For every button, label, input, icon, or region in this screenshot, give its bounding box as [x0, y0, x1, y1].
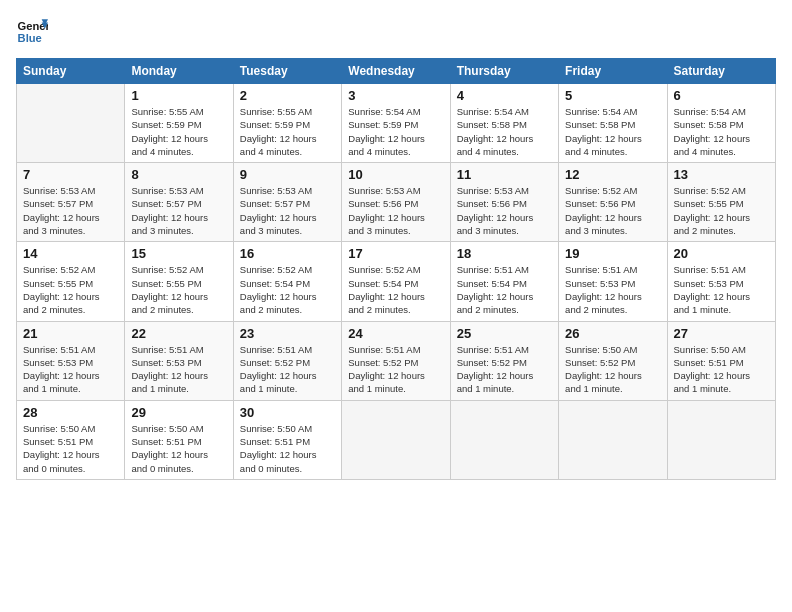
day-number: 15 [131, 246, 226, 261]
day-info: Sunrise: 5:50 AM Sunset: 5:52 PM Dayligh… [565, 343, 660, 396]
week-row-4: 21Sunrise: 5:51 AM Sunset: 5:53 PM Dayli… [17, 321, 776, 400]
day-info: Sunrise: 5:53 AM Sunset: 5:57 PM Dayligh… [131, 184, 226, 237]
day-info: Sunrise: 5:55 AM Sunset: 5:59 PM Dayligh… [131, 105, 226, 158]
day-number: 9 [240, 167, 335, 182]
calendar-cell: 8Sunrise: 5:53 AM Sunset: 5:57 PM Daylig… [125, 163, 233, 242]
day-number: 5 [565, 88, 660, 103]
calendar-table: SundayMondayTuesdayWednesdayThursdayFrid… [16, 58, 776, 480]
day-header-thursday: Thursday [450, 59, 558, 84]
calendar-cell: 10Sunrise: 5:53 AM Sunset: 5:56 PM Dayli… [342, 163, 450, 242]
calendar-cell: 29Sunrise: 5:50 AM Sunset: 5:51 PM Dayli… [125, 400, 233, 479]
day-number: 4 [457, 88, 552, 103]
calendar-cell [667, 400, 775, 479]
day-number: 17 [348, 246, 443, 261]
week-row-1: 1Sunrise: 5:55 AM Sunset: 5:59 PM Daylig… [17, 84, 776, 163]
week-row-5: 28Sunrise: 5:50 AM Sunset: 5:51 PM Dayli… [17, 400, 776, 479]
calendar-cell: 21Sunrise: 5:51 AM Sunset: 5:53 PM Dayli… [17, 321, 125, 400]
calendar-cell: 15Sunrise: 5:52 AM Sunset: 5:55 PM Dayli… [125, 242, 233, 321]
day-number: 20 [674, 246, 769, 261]
calendar-cell: 1Sunrise: 5:55 AM Sunset: 5:59 PM Daylig… [125, 84, 233, 163]
day-number: 27 [674, 326, 769, 341]
calendar-cell: 28Sunrise: 5:50 AM Sunset: 5:51 PM Dayli… [17, 400, 125, 479]
calendar-cell: 6Sunrise: 5:54 AM Sunset: 5:58 PM Daylig… [667, 84, 775, 163]
day-info: Sunrise: 5:53 AM Sunset: 5:56 PM Dayligh… [457, 184, 552, 237]
day-info: Sunrise: 5:52 AM Sunset: 5:55 PM Dayligh… [23, 263, 118, 316]
day-info: Sunrise: 5:54 AM Sunset: 5:58 PM Dayligh… [565, 105, 660, 158]
calendar-cell: 23Sunrise: 5:51 AM Sunset: 5:52 PM Dayli… [233, 321, 341, 400]
week-row-3: 14Sunrise: 5:52 AM Sunset: 5:55 PM Dayli… [17, 242, 776, 321]
day-number: 7 [23, 167, 118, 182]
day-info: Sunrise: 5:53 AM Sunset: 5:57 PM Dayligh… [240, 184, 335, 237]
day-number: 2 [240, 88, 335, 103]
day-number: 1 [131, 88, 226, 103]
day-number: 18 [457, 246, 552, 261]
day-info: Sunrise: 5:51 AM Sunset: 5:54 PM Dayligh… [457, 263, 552, 316]
day-number: 12 [565, 167, 660, 182]
day-info: Sunrise: 5:52 AM Sunset: 5:56 PM Dayligh… [565, 184, 660, 237]
calendar-cell [559, 400, 667, 479]
calendar-cell: 24Sunrise: 5:51 AM Sunset: 5:52 PM Dayli… [342, 321, 450, 400]
calendar-cell: 18Sunrise: 5:51 AM Sunset: 5:54 PM Dayli… [450, 242, 558, 321]
day-number: 28 [23, 405, 118, 420]
calendar-cell: 12Sunrise: 5:52 AM Sunset: 5:56 PM Dayli… [559, 163, 667, 242]
calendar-cell: 7Sunrise: 5:53 AM Sunset: 5:57 PM Daylig… [17, 163, 125, 242]
calendar-cell: 27Sunrise: 5:50 AM Sunset: 5:51 PM Dayli… [667, 321, 775, 400]
calendar-cell: 19Sunrise: 5:51 AM Sunset: 5:53 PM Dayli… [559, 242, 667, 321]
calendar-cell: 3Sunrise: 5:54 AM Sunset: 5:59 PM Daylig… [342, 84, 450, 163]
day-info: Sunrise: 5:50 AM Sunset: 5:51 PM Dayligh… [674, 343, 769, 396]
day-info: Sunrise: 5:52 AM Sunset: 5:54 PM Dayligh… [348, 263, 443, 316]
day-info: Sunrise: 5:50 AM Sunset: 5:51 PM Dayligh… [240, 422, 335, 475]
calendar-cell: 11Sunrise: 5:53 AM Sunset: 5:56 PM Dayli… [450, 163, 558, 242]
calendar-cell: 13Sunrise: 5:52 AM Sunset: 5:55 PM Dayli… [667, 163, 775, 242]
calendar-cell: 17Sunrise: 5:52 AM Sunset: 5:54 PM Dayli… [342, 242, 450, 321]
day-number: 29 [131, 405, 226, 420]
calendar-body: 1Sunrise: 5:55 AM Sunset: 5:59 PM Daylig… [17, 84, 776, 480]
day-info: Sunrise: 5:54 AM Sunset: 5:58 PM Dayligh… [457, 105, 552, 158]
calendar-cell: 22Sunrise: 5:51 AM Sunset: 5:53 PM Dayli… [125, 321, 233, 400]
day-number: 6 [674, 88, 769, 103]
day-number: 25 [457, 326, 552, 341]
day-header-friday: Friday [559, 59, 667, 84]
day-number: 14 [23, 246, 118, 261]
week-row-2: 7Sunrise: 5:53 AM Sunset: 5:57 PM Daylig… [17, 163, 776, 242]
day-info: Sunrise: 5:51 AM Sunset: 5:52 PM Dayligh… [348, 343, 443, 396]
day-number: 13 [674, 167, 769, 182]
day-number: 23 [240, 326, 335, 341]
calendar-cell [342, 400, 450, 479]
day-info: Sunrise: 5:52 AM Sunset: 5:55 PM Dayligh… [674, 184, 769, 237]
day-info: Sunrise: 5:51 AM Sunset: 5:53 PM Dayligh… [131, 343, 226, 396]
day-header-tuesday: Tuesday [233, 59, 341, 84]
day-info: Sunrise: 5:50 AM Sunset: 5:51 PM Dayligh… [131, 422, 226, 475]
day-number: 22 [131, 326, 226, 341]
calendar-cell: 2Sunrise: 5:55 AM Sunset: 5:59 PM Daylig… [233, 84, 341, 163]
day-info: Sunrise: 5:51 AM Sunset: 5:53 PM Dayligh… [565, 263, 660, 316]
calendar-cell: 25Sunrise: 5:51 AM Sunset: 5:52 PM Dayli… [450, 321, 558, 400]
day-header-wednesday: Wednesday [342, 59, 450, 84]
calendar-cell: 20Sunrise: 5:51 AM Sunset: 5:53 PM Dayli… [667, 242, 775, 321]
day-info: Sunrise: 5:50 AM Sunset: 5:51 PM Dayligh… [23, 422, 118, 475]
calendar-cell: 16Sunrise: 5:52 AM Sunset: 5:54 PM Dayli… [233, 242, 341, 321]
day-info: Sunrise: 5:51 AM Sunset: 5:52 PM Dayligh… [240, 343, 335, 396]
day-info: Sunrise: 5:51 AM Sunset: 5:52 PM Dayligh… [457, 343, 552, 396]
day-info: Sunrise: 5:52 AM Sunset: 5:54 PM Dayligh… [240, 263, 335, 316]
calendar-cell: 4Sunrise: 5:54 AM Sunset: 5:58 PM Daylig… [450, 84, 558, 163]
day-info: Sunrise: 5:53 AM Sunset: 5:56 PM Dayligh… [348, 184, 443, 237]
calendar-cell [450, 400, 558, 479]
day-header-monday: Monday [125, 59, 233, 84]
day-header-sunday: Sunday [17, 59, 125, 84]
day-number: 8 [131, 167, 226, 182]
day-number: 24 [348, 326, 443, 341]
day-number: 16 [240, 246, 335, 261]
calendar-cell: 5Sunrise: 5:54 AM Sunset: 5:58 PM Daylig… [559, 84, 667, 163]
calendar-cell: 30Sunrise: 5:50 AM Sunset: 5:51 PM Dayli… [233, 400, 341, 479]
day-number: 26 [565, 326, 660, 341]
day-info: Sunrise: 5:51 AM Sunset: 5:53 PM Dayligh… [23, 343, 118, 396]
header: General Blue [16, 16, 776, 48]
calendar-header-row: SundayMondayTuesdayWednesdayThursdayFrid… [17, 59, 776, 84]
day-number: 30 [240, 405, 335, 420]
day-info: Sunrise: 5:51 AM Sunset: 5:53 PM Dayligh… [674, 263, 769, 316]
svg-text:Blue: Blue [18, 32, 42, 44]
calendar-cell: 14Sunrise: 5:52 AM Sunset: 5:55 PM Dayli… [17, 242, 125, 321]
day-number: 11 [457, 167, 552, 182]
day-number: 21 [23, 326, 118, 341]
